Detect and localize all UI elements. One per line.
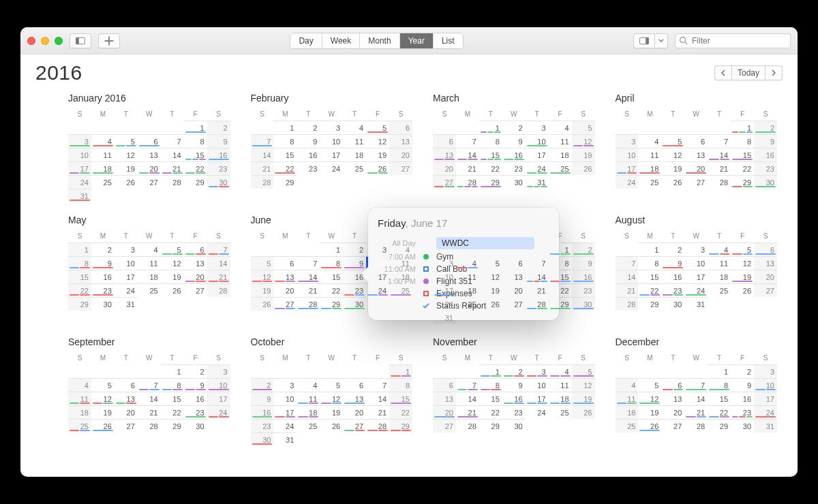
day-cell[interactable]: 16	[184, 392, 207, 405]
day-cell[interactable]: 11	[616, 392, 639, 405]
day-cell[interactable]: 6	[433, 134, 456, 148]
day-cell[interactable]: 1	[479, 121, 502, 134]
day-cell[interactable]: 11	[91, 148, 115, 161]
close-icon[interactable]	[27, 37, 35, 45]
day-cell[interactable]: 25	[708, 283, 731, 297]
day-cell[interactable]: 23	[661, 283, 684, 297]
day-cell[interactable]: 1	[161, 364, 184, 378]
day-cell[interactable]: 2	[343, 242, 366, 256]
day-cell[interactable]: 5	[572, 121, 595, 134]
day-cell[interactable]: 29	[320, 297, 343, 311]
day-cell[interactable]: 27	[343, 419, 366, 432]
day-cell[interactable]: 18	[91, 161, 115, 175]
day-cell[interactable]: 17	[754, 392, 777, 405]
day-cell[interactable]: 28	[708, 175, 731, 189]
day-cell[interactable]: 7	[138, 378, 161, 392]
today-button[interactable]: Today	[731, 65, 766, 80]
day-cell[interactable]: 18	[343, 148, 366, 161]
day-cell[interactable]: 9	[661, 256, 684, 270]
day-cell[interactable]: 6	[138, 134, 161, 148]
day-cell[interactable]: 13	[684, 148, 708, 161]
day-cell[interactable]: 2	[91, 242, 115, 256]
day-cell[interactable]: 29	[638, 297, 661, 311]
day-cell[interactable]: 12	[251, 270, 274, 283]
day-cell[interactable]: 29	[184, 175, 207, 189]
day-cell[interactable]: 23	[297, 161, 320, 175]
day-cell[interactable]: 22	[479, 161, 502, 175]
day-cell[interactable]: 20	[115, 405, 138, 419]
day-cell[interactable]: 3	[754, 364, 777, 378]
day-cell[interactable]: 7	[684, 378, 708, 392]
day-cell[interactable]: 22	[184, 161, 207, 175]
day-cell[interactable]: 16	[91, 270, 115, 283]
day-cell[interactable]: 9	[184, 378, 207, 392]
day-cell[interactable]: 1	[479, 364, 502, 378]
day-cell[interactable]: 8	[708, 378, 731, 392]
view-tab-month[interactable]: Month	[360, 33, 399, 48]
day-cell[interactable]: 10	[526, 378, 549, 392]
day-cell[interactable]: 28	[366, 419, 389, 432]
day-cell[interactable]: 30	[731, 419, 754, 432]
day-cell[interactable]: 10	[754, 378, 777, 392]
day-cell[interactable]: 16	[661, 270, 684, 283]
day-cell[interactable]: 29	[273, 175, 297, 189]
day-cell[interactable]: 9	[502, 134, 526, 148]
day-cell[interactable]: 9	[91, 256, 115, 270]
day-cell[interactable]: 22	[320, 283, 343, 297]
day-cell[interactable]: 23	[731, 405, 754, 419]
day-cell[interactable]: 1	[184, 121, 207, 134]
day-cell[interactable]: 3	[207, 364, 230, 378]
day-cell[interactable]: 7	[708, 134, 731, 148]
day-cell[interactable]: 3	[115, 242, 138, 256]
day-cell[interactable]: 17	[526, 148, 549, 161]
view-tab-list[interactable]: List	[434, 33, 463, 48]
day-cell[interactable]: 31	[273, 432, 297, 446]
view-tab-week[interactable]: Week	[322, 33, 360, 48]
day-cell[interactable]: 4	[708, 242, 731, 256]
day-cell[interactable]: 27	[433, 175, 456, 189]
day-cell[interactable]: 17	[616, 161, 639, 175]
day-cell[interactable]: 16	[502, 148, 526, 161]
day-cell[interactable]: 17	[273, 405, 297, 419]
day-cell[interactable]: 26	[638, 419, 661, 432]
day-cell[interactable]: 14	[684, 392, 708, 405]
search-field[interactable]	[675, 33, 791, 48]
day-cell[interactable]: 26	[572, 161, 595, 175]
prev-button[interactable]	[714, 65, 731, 80]
day-cell[interactable]: 4	[549, 364, 572, 378]
day-cell[interactable]: 30	[184, 419, 207, 432]
day-cell[interactable]: 5	[320, 378, 343, 392]
day-cell[interactable]: 12	[366, 134, 389, 148]
day-cell[interactable]: 29	[731, 175, 754, 189]
day-cell[interactable]: 12	[115, 148, 138, 161]
day-cell[interactable]: 5	[115, 134, 138, 148]
day-cell[interactable]: 27	[115, 419, 138, 432]
day-cell[interactable]: 20	[343, 405, 366, 419]
day-cell[interactable]: 20	[389, 148, 412, 161]
day-cell[interactable]: 14	[366, 392, 389, 405]
day-cell[interactable]: 24	[115, 283, 138, 297]
day-cell[interactable]: 26	[366, 161, 389, 175]
day-cell[interactable]: 13	[138, 148, 161, 161]
day-cell[interactable]: 26	[251, 297, 274, 311]
day-cell[interactable]: 21	[456, 161, 479, 175]
day-cell[interactable]: 13	[754, 256, 777, 270]
day-cell[interactable]: 18	[68, 405, 91, 419]
day-cell[interactable]: 28	[161, 175, 184, 189]
day-cell[interactable]: 11	[638, 148, 661, 161]
day-cell[interactable]: 20	[433, 405, 456, 419]
inspector-button[interactable]	[633, 33, 655, 48]
day-cell[interactable]: 29	[708, 419, 731, 432]
day-cell[interactable]: 10	[684, 256, 708, 270]
day-cell[interactable]: 7	[207, 242, 230, 256]
day-cell[interactable]: 10	[616, 148, 639, 161]
day-cell[interactable]: 29	[161, 419, 184, 432]
day-cell[interactable]: 4	[343, 121, 366, 134]
day-cell[interactable]: 12	[661, 148, 684, 161]
day-cell[interactable]: 20	[684, 161, 708, 175]
day-cell[interactable]: 23	[572, 283, 595, 297]
day-cell[interactable]: 18	[616, 405, 639, 419]
day-cell[interactable]: 30	[502, 175, 526, 189]
day-cell[interactable]: 16	[502, 392, 526, 405]
day-cell[interactable]: 12	[572, 134, 595, 148]
